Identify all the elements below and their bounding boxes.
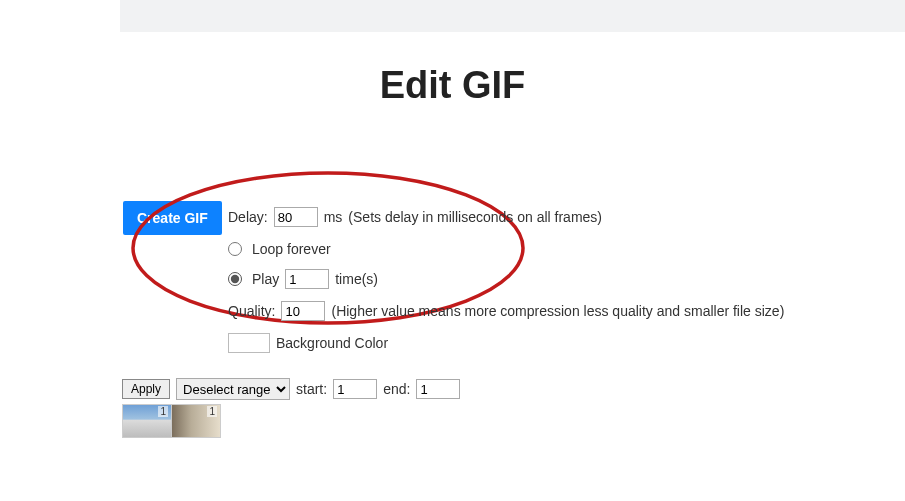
play-times-input[interactable] [285,269,329,289]
bg-color-swatch[interactable] [228,333,270,353]
gif-settings: Delay: ms (Sets delay in milliseconds on… [228,207,784,365]
quality-label: Quality: [228,301,275,321]
delay-row: Delay: ms (Sets delay in milliseconds on… [228,207,784,227]
quality-input[interactable] [281,301,325,321]
range-action-select[interactable]: Deselect range [176,378,290,400]
range-controls: Apply Deselect range start: end: [122,378,460,400]
play-suffix: time(s) [335,269,378,289]
end-input[interactable] [416,379,460,399]
delay-label: Delay: [228,207,268,227]
delay-input[interactable] [274,207,318,227]
bg-color-row: Background Color [228,333,784,353]
frame-thumbnails: 1 1 [122,404,221,438]
delay-unit: ms [324,207,343,227]
loop-forever-radio[interactable] [228,242,242,256]
loop-forever-row: Loop forever [228,239,784,259]
end-label: end: [383,381,410,397]
play-times-row: Play time(s) [228,269,784,289]
page-title: Edit GIF [0,64,905,107]
quality-hint: (Higher value means more compression les… [331,301,784,321]
start-input[interactable] [333,379,377,399]
loop-forever-label: Loop forever [252,239,331,259]
header-bar [120,0,905,32]
create-gif-button[interactable]: Create GIF [123,201,222,235]
frame-index: 1 [207,406,217,417]
play-times-radio[interactable] [228,272,242,286]
play-prefix: Play [252,269,279,289]
quality-row: Quality: (Higher value means more compre… [228,301,784,321]
frame-index: 1 [158,406,168,417]
bg-color-label: Background Color [276,333,388,353]
delay-hint: (Sets delay in milliseconds on all frame… [348,207,602,227]
frame-thumbnail[interactable]: 1 [122,404,172,438]
apply-button[interactable]: Apply [122,379,170,399]
start-label: start: [296,381,327,397]
frame-thumbnail[interactable]: 1 [171,404,221,438]
